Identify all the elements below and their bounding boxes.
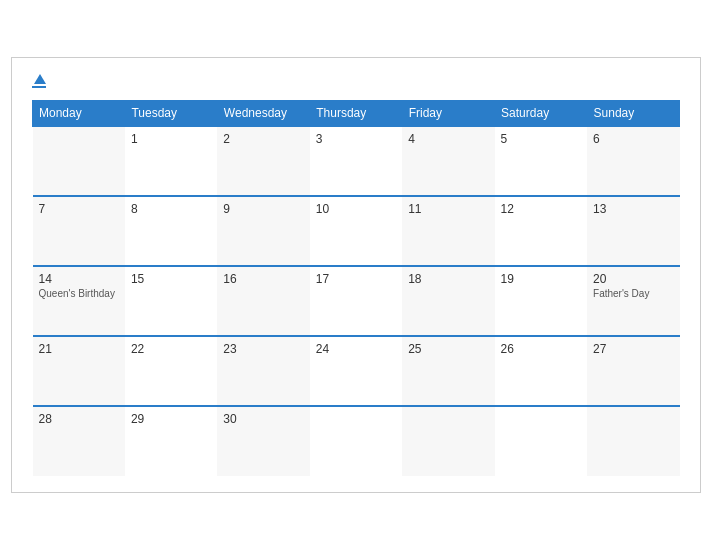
weekday-header-thursday: Thursday	[310, 101, 402, 127]
day-cell: 8	[125, 196, 217, 266]
day-number: 18	[408, 272, 488, 286]
weekday-header-saturday: Saturday	[495, 101, 587, 127]
weekday-header-sunday: Sunday	[587, 101, 679, 127]
day-number: 4	[408, 132, 488, 146]
day-cell: 16	[217, 266, 309, 336]
day-number: 7	[39, 202, 119, 216]
day-cell	[33, 126, 125, 196]
day-cell: 5	[495, 126, 587, 196]
day-number: 6	[593, 132, 673, 146]
day-number: 14	[39, 272, 119, 286]
day-number: 15	[131, 272, 211, 286]
day-cell: 3	[310, 126, 402, 196]
day-number: 25	[408, 342, 488, 356]
weekday-header-tuesday: Tuesday	[125, 101, 217, 127]
day-number: 8	[131, 202, 211, 216]
day-cell: 14Queen's Birthday	[33, 266, 125, 336]
day-cell: 9	[217, 196, 309, 266]
day-cell: 23	[217, 336, 309, 406]
day-number: 22	[131, 342, 211, 356]
week-row-3: 14Queen's Birthday151617181920Father's D…	[33, 266, 680, 336]
day-number: 23	[223, 342, 303, 356]
day-number: 11	[408, 202, 488, 216]
day-cell: 18	[402, 266, 494, 336]
day-number: 12	[501, 202, 581, 216]
day-number: 24	[316, 342, 396, 356]
day-cell: 24	[310, 336, 402, 406]
day-cell: 7	[33, 196, 125, 266]
day-cell: 29	[125, 406, 217, 476]
day-cell: 4	[402, 126, 494, 196]
week-row-2: 78910111213	[33, 196, 680, 266]
day-number: 21	[39, 342, 119, 356]
day-number: 29	[131, 412, 211, 426]
weekday-header-monday: Monday	[33, 101, 125, 127]
week-row-1: 123456	[33, 126, 680, 196]
day-event: Father's Day	[593, 288, 673, 299]
day-cell: 11	[402, 196, 494, 266]
day-cell: 20Father's Day	[587, 266, 679, 336]
day-number: 19	[501, 272, 581, 286]
logo	[32, 74, 46, 88]
day-number: 26	[501, 342, 581, 356]
day-cell: 19	[495, 266, 587, 336]
day-number: 28	[39, 412, 119, 426]
day-number: 17	[316, 272, 396, 286]
week-row-5: 282930	[33, 406, 680, 476]
day-cell	[402, 406, 494, 476]
day-cell	[495, 406, 587, 476]
day-number: 10	[316, 202, 396, 216]
day-number: 9	[223, 202, 303, 216]
day-number: 20	[593, 272, 673, 286]
day-cell: 21	[33, 336, 125, 406]
day-number: 13	[593, 202, 673, 216]
day-cell: 10	[310, 196, 402, 266]
day-number: 1	[131, 132, 211, 146]
day-number: 3	[316, 132, 396, 146]
weekday-header-row: MondayTuesdayWednesdayThursdayFridaySatu…	[33, 101, 680, 127]
day-cell: 26	[495, 336, 587, 406]
logo-line	[32, 86, 46, 88]
day-number: 30	[223, 412, 303, 426]
calendar-grid: MondayTuesdayWednesdayThursdayFridaySatu…	[32, 100, 680, 476]
logo-triangle-icon	[34, 74, 46, 84]
day-cell: 1	[125, 126, 217, 196]
day-cell: 13	[587, 196, 679, 266]
weekday-header-wednesday: Wednesday	[217, 101, 309, 127]
day-cell: 27	[587, 336, 679, 406]
calendar-header	[32, 74, 680, 88]
day-cell: 17	[310, 266, 402, 336]
week-row-4: 21222324252627	[33, 336, 680, 406]
day-cell: 6	[587, 126, 679, 196]
day-number: 2	[223, 132, 303, 146]
calendar-container: MondayTuesdayWednesdayThursdayFridaySatu…	[11, 57, 701, 493]
day-cell: 30	[217, 406, 309, 476]
day-cell: 2	[217, 126, 309, 196]
day-event: Queen's Birthday	[39, 288, 119, 299]
day-cell: 12	[495, 196, 587, 266]
day-number: 27	[593, 342, 673, 356]
day-cell	[310, 406, 402, 476]
weekday-header-friday: Friday	[402, 101, 494, 127]
day-number: 5	[501, 132, 581, 146]
day-cell: 22	[125, 336, 217, 406]
day-cell: 25	[402, 336, 494, 406]
day-cell: 15	[125, 266, 217, 336]
day-cell	[587, 406, 679, 476]
day-cell: 28	[33, 406, 125, 476]
day-number: 16	[223, 272, 303, 286]
